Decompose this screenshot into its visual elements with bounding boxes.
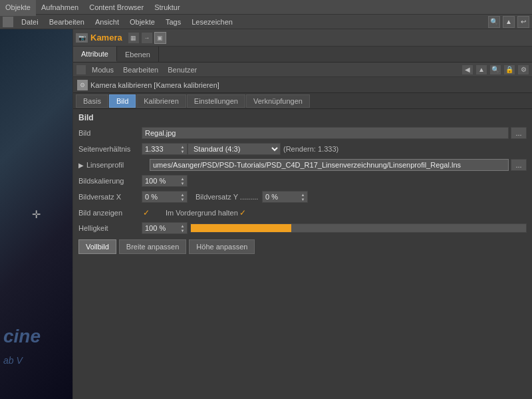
second-menu-bar: Datei Bearbeiten Ansicht Objekte Tags Le…: [0, 15, 532, 29]
lins-input[interactable]: [150, 159, 509, 171]
tab-ebenen[interactable]: Ebenen: [117, 47, 159, 62]
lins-label: Linsenprofil: [86, 161, 150, 169]
move-icon: ✛: [32, 208, 41, 221]
menu-struktur[interactable]: Struktur: [149, 0, 186, 16]
seitverh-input[interactable]: [142, 143, 178, 155]
cam-icon-arrow[interactable]: →: [141, 32, 153, 44]
vollbild-btn[interactable]: Vollbild: [78, 239, 116, 254]
menu-aufnahmen[interactable]: Aufnahmen: [36, 0, 84, 16]
seitverh-label: Seitenverhältnis: [78, 145, 142, 153]
viewport-text: cine: [3, 327, 41, 346]
attr-subtoolbar: Modus Bearbeiten Benutzer ◀ ▲ 🔍 🔒 ⚙: [73, 63, 532, 77]
tab-attribute[interactable]: Attribute: [73, 47, 117, 62]
bild-label: Bild: [78, 129, 142, 137]
viewport-bg: ✛ cine ab V: [0, 29, 72, 399]
bildversatz-y-spinner: ▲ ▼: [262, 191, 308, 203]
bildversatz-y-label: Bildversatz Y .........: [196, 193, 262, 201]
viewport-panel: ✛ cine ab V: [0, 29, 73, 399]
bildskal-spinner-btn[interactable]: ▲ ▼: [178, 175, 188, 187]
nav-icon[interactable]: ▲: [503, 16, 515, 28]
bildversatz-x-spinner: ▲ ▼: [142, 191, 188, 203]
tool-arrow-left[interactable]: ◀: [462, 65, 473, 75]
menu-datei[interactable]: Datei: [16, 17, 44, 27]
kamera-header-text: Kamera kalibrieren [Kamera kalibrieren]: [90, 81, 219, 89]
bildversatz-x-input[interactable]: [142, 191, 178, 203]
lins-arrow-icon: ▶: [78, 162, 84, 169]
bildversatz-x-label: Bildversatz X: [78, 193, 142, 201]
sub-tabs: Basis Bild Kalibrieren Einstellungen Ver…: [73, 93, 532, 109]
bildversatz-y-spinner-btn[interactable]: ▲ ▼: [299, 191, 308, 203]
bildskal-row: Bildskalierung ▲ ▼: [78, 174, 527, 188]
toolbar-right-icons: 🔍 ▲ ↩: [488, 16, 532, 28]
helligkeit-label: Helligkeit: [78, 224, 142, 232]
render-text: (Rendern: 1.333): [281, 145, 341, 153]
menu-objekte[interactable]: Objekte: [0, 0, 36, 16]
bild-row: Bild ...: [78, 126, 527, 140]
lins-row: ▶ Linsenprofil ...: [78, 158, 527, 172]
hoehe-anpassen-btn[interactable]: Höhe anpassen: [189, 239, 255, 254]
bild-anzeigen-label: Bild anzeigen: [78, 209, 142, 217]
viewport-subtext: ab V: [3, 355, 23, 366]
menu-content-browser[interactable]: Content Browser: [84, 0, 149, 16]
attribute-tabs: Attribute Ebenen: [73, 47, 532, 63]
camera-label: Kamera: [90, 33, 122, 43]
back-icon[interactable]: ↩: [517, 16, 529, 28]
tool-search[interactable]: 🔍: [489, 65, 501, 75]
bild-input[interactable]: [142, 127, 509, 139]
cam-icon-grid2[interactable]: ▣: [154, 32, 166, 44]
subtab-verknuepfungen[interactable]: Verknüpfungen: [246, 94, 310, 108]
im-vordergrund-check: ✓: [239, 208, 246, 217]
seitverh-spinner: ▲ ▼: [142, 143, 188, 155]
menu-ansicht[interactable]: Ansicht: [90, 17, 124, 27]
helligkeit-row: Helligkeit ▲ ▼: [78, 222, 527, 234]
breite-anpassen-btn[interactable]: Breite anpassen: [119, 239, 187, 254]
bild-anzeigen-row: Bild anzeigen ✓ Im Vordergrund halten ✓: [78, 206, 527, 219]
helligkeit-spinner-btn[interactable]: ▲ ▼: [178, 222, 188, 234]
helligkeit-progressbar: [190, 223, 527, 233]
subtab-kalibrieren[interactable]: Kalibrieren: [136, 94, 186, 108]
main-layout: ✛ cine ab V 📷 Kamera ▦ → ▣ Attribute Ebe…: [0, 29, 532, 399]
bildversatz-x-spinner-btn[interactable]: ▲ ▼: [178, 191, 188, 203]
content-area: Bild Bild ... Seitenverhältnis ▲ ▼ S: [73, 109, 532, 399]
subtoolbar-icon: [76, 65, 86, 75]
right-panel: 📷 Kamera ▦ → ▣ Attribute Ebenen Modus Be…: [73, 29, 532, 399]
bild-browse-btn[interactable]: ...: [511, 127, 527, 139]
menu-lesezeichen[interactable]: Lesezeichen: [186, 17, 238, 27]
section-title-bild: Bild: [78, 113, 527, 122]
subtoolbar-right-tools: ◀ ▲ 🔍 🔒 ⚙: [462, 65, 529, 75]
menu-objekte2[interactable]: Objekte: [124, 17, 160, 27]
tool-lock[interactable]: 🔒: [503, 65, 515, 75]
bildskal-label: Bildskalierung: [78, 177, 142, 185]
submenu-benutzer[interactable]: Benutzer: [164, 66, 201, 74]
subtab-einstellungen[interactable]: Einstellungen: [187, 94, 245, 108]
bildskal-spinner: ▲ ▼: [142, 175, 188, 187]
search-icon[interactable]: 🔍: [488, 16, 500, 28]
submenu-modus[interactable]: Modus: [88, 66, 118, 74]
bildskal-input[interactable]: [142, 175, 178, 187]
bildversatz-y-input[interactable]: [262, 191, 299, 203]
subtab-basis[interactable]: Basis: [76, 94, 108, 108]
cam-toolbar-icons: ▦ → ▣: [128, 32, 166, 44]
im-vordergrund-label: Im Vordergrund halten: [166, 209, 238, 217]
helligkeit-progress-fill: [191, 224, 291, 232]
top-menu-bar: Objekte Aufnahmen Content Browser Strukt…: [0, 0, 532, 15]
tool-gear[interactable]: ⚙: [517, 65, 529, 75]
subtab-bild[interactable]: Bild: [109, 94, 136, 108]
seitverh-row: Seitenverhältnis ▲ ▼ Standard (4:3) (Ren…: [78, 142, 527, 156]
cam-icon-grid[interactable]: ▦: [128, 32, 140, 44]
tool-arrow-up[interactable]: ▲: [475, 65, 487, 75]
lins-browse-btn[interactable]: ...: [511, 159, 527, 171]
camera-icon: 📷: [76, 33, 88, 43]
helligkeit-spinner: ▲ ▼: [142, 222, 188, 234]
menu-tags[interactable]: Tags: [160, 17, 186, 27]
standard-dropdown[interactable]: Standard (4:3): [188, 143, 281, 155]
kamera-header-icon: ⚙: [77, 80, 88, 90]
seitverh-spinner-btn[interactable]: ▲ ▼: [178, 143, 188, 155]
bild-anzeigen-check: ✓: [143, 208, 150, 217]
bottom-buttons: Vollbild Breite anpassen Höhe anpassen: [78, 239, 527, 254]
bildversatz-row: Bildversatz X ▲ ▼ Bildversatz Y ........…: [78, 190, 527, 203]
menu-bearbeiten[interactable]: Bearbeiten: [44, 17, 90, 27]
camera-toolbar: 📷 Kamera ▦ → ▣: [73, 29, 532, 47]
submenu-bearbeiten[interactable]: Bearbeiten: [119, 66, 162, 74]
helligkeit-input[interactable]: [142, 222, 178, 234]
